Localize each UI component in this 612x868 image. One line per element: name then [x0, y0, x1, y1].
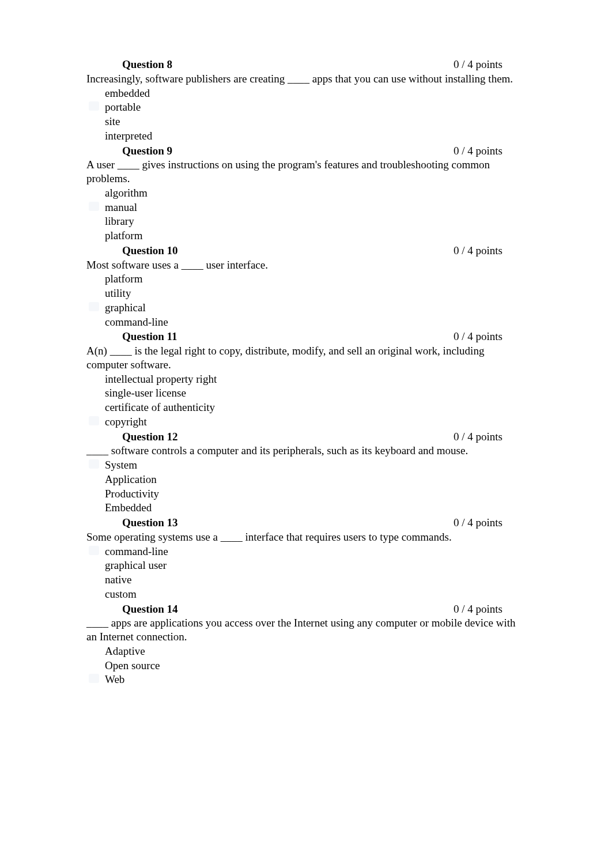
- options-list: command-line graphical user native custo…: [86, 545, 526, 601]
- question-header: Question 8 0 / 4 points: [86, 58, 526, 71]
- question-text: A user ____ gives instructions on using …: [86, 158, 526, 186]
- question-header: Question 9 0 / 4 points: [86, 144, 526, 158]
- option-item: command-line: [105, 545, 526, 558]
- question-points: 0 / 4 points: [454, 516, 503, 530]
- question-header: Question 14 0 / 4 points: [86, 602, 526, 616]
- question-label: Question 12: [122, 430, 178, 444]
- option-item: System: [105, 458, 526, 472]
- question-block: Question 9 0 / 4 points A user ____ give…: [86, 144, 526, 243]
- option-item: command-line: [105, 315, 526, 329]
- question-text: Increasingly, software publishers are cr…: [86, 72, 526, 86]
- option-item: certificate of authenticity: [105, 401, 526, 414]
- option-item: graphical user: [105, 558, 526, 572]
- option-item: Productivity: [105, 487, 526, 501]
- option-item: site: [105, 115, 526, 129]
- question-header: Question 10 0 / 4 points: [86, 244, 526, 258]
- option-item: platform: [105, 272, 526, 286]
- question-label: Question 11: [122, 330, 177, 344]
- option-item: interpreted: [105, 129, 526, 143]
- option-item: Application: [105, 473, 526, 486]
- question-block: Question 13 0 / 4 points Some operating …: [86, 516, 526, 601]
- question-text: Some operating systems use a ____ interf…: [86, 530, 526, 544]
- option-item: utility: [105, 286, 526, 300]
- options-list: platform utility graphical command-line: [86, 272, 526, 329]
- option-item: native: [105, 573, 526, 587]
- option-item: intellectual property right: [105, 372, 526, 386]
- question-points: 0 / 4 points: [454, 244, 503, 258]
- question-text: ____ software controls a computer and it…: [86, 444, 526, 458]
- question-header: Question 12 0 / 4 points: [86, 430, 526, 444]
- option-item: Web: [105, 673, 526, 686]
- question-block: Question 8 0 / 4 points Increasingly, so…: [86, 58, 526, 143]
- question-text: A(n) ____ is the legal right to copy, di…: [86, 344, 526, 372]
- option-item: Open source: [105, 659, 526, 673]
- option-item: copyright: [105, 415, 526, 429]
- question-points: 0 / 4 points: [454, 58, 503, 71]
- question-points: 0 / 4 points: [454, 144, 503, 158]
- question-block: Question 11 0 / 4 points A(n) ____ is th…: [86, 330, 526, 428]
- options-list: algorithm manual library platform: [86, 186, 526, 243]
- question-header: Question 13 0 / 4 points: [86, 516, 526, 530]
- options-list: Adaptive Open source Web: [86, 644, 526, 686]
- options-list: System Application Productivity Embedded: [86, 458, 526, 515]
- option-item: portable: [105, 100, 526, 114]
- option-item: Embedded: [105, 501, 526, 515]
- question-label: Question 10: [122, 244, 178, 258]
- question-text: ____ apps are applications you access ov…: [86, 616, 526, 644]
- option-item: platform: [105, 229, 526, 243]
- question-block: Question 10 0 / 4 points Most software u…: [86, 244, 526, 329]
- question-header: Question 11 0 / 4 points: [86, 330, 526, 344]
- question-label: Question 14: [122, 602, 178, 616]
- options-list: embedded portable site interpreted: [86, 86, 526, 143]
- option-item: Adaptive: [105, 644, 526, 658]
- question-text: Most software uses a ____ user interface…: [86, 258, 526, 272]
- question-points: 0 / 4 points: [454, 430, 503, 444]
- question-block: Question 12 0 / 4 points ____ software c…: [86, 430, 526, 515]
- option-item: embedded: [105, 86, 526, 100]
- options-list: intellectual property right single-user …: [86, 372, 526, 429]
- question-points: 0 / 4 points: [454, 602, 503, 616]
- option-item: custom: [105, 587, 526, 601]
- question-label: Question 13: [122, 516, 178, 530]
- option-item: single-user license: [105, 386, 526, 400]
- question-block: Question 14 0 / 4 points ____ apps are a…: [86, 602, 526, 687]
- option-item: graphical: [105, 301, 526, 315]
- option-item: manual: [105, 201, 526, 214]
- option-item: algorithm: [105, 186, 526, 200]
- question-label: Question 9: [122, 144, 172, 158]
- question-points: 0 / 4 points: [454, 330, 503, 344]
- option-item: library: [105, 214, 526, 228]
- question-label: Question 8: [122, 58, 172, 71]
